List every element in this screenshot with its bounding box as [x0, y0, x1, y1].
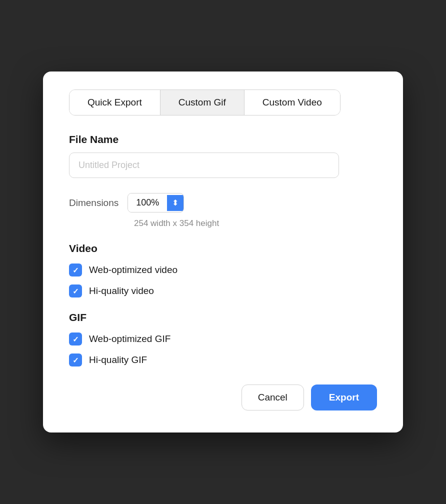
file-name-input[interactable]: [69, 152, 339, 178]
checkmark-icon: ✓: [72, 336, 79, 343]
footer: Cancel Export: [69, 384, 377, 410]
web-optimized-video-label: Web-optimized video: [89, 264, 178, 276]
checkmark-icon: ✓: [72, 266, 79, 274]
dimensions-stepper-icon[interactable]: ⬍: [167, 195, 184, 211]
export-button[interactable]: Export: [311, 384, 377, 410]
dimensions-label: Dimensions: [69, 198, 118, 208]
export-dialog: Quick Export Custom Gif Custom Video Fil…: [43, 72, 403, 432]
dimensions-value: 100%: [128, 194, 167, 212]
web-optimized-gif-row: ✓ Web-optimized GIF: [69, 332, 377, 346]
web-optimized-video-row: ✓ Web-optimized video: [69, 264, 377, 276]
cancel-button[interactable]: Cancel: [242, 384, 304, 410]
tab-custom-gif[interactable]: Custom Gif: [160, 90, 244, 115]
gif-section: GIF ✓ Web-optimized GIF ✓ Hi-quality GIF: [69, 312, 377, 366]
checkmark-icon: ✓: [72, 356, 79, 364]
video-section-title: Video: [69, 242, 377, 254]
hi-quality-video-checkbox[interactable]: ✓: [69, 284, 82, 298]
video-section: Video ✓ Web-optimized video ✓ Hi-quality…: [69, 242, 377, 298]
tab-custom-video[interactable]: Custom Video: [244, 90, 340, 115]
hi-quality-video-label: Hi-quality video: [89, 286, 154, 296]
web-optimized-video-checkbox[interactable]: ✓: [69, 264, 82, 276]
hi-quality-gif-row: ✓ Hi-quality GIF: [69, 354, 377, 366]
hi-quality-gif-label: Hi-quality GIF: [89, 354, 147, 366]
dimensions-select[interactable]: 100% ⬍: [128, 193, 184, 212]
hi-quality-gif-checkbox[interactable]: ✓: [69, 354, 82, 366]
hi-quality-video-row: ✓ Hi-quality video: [69, 284, 377, 298]
dimensions-size-text: 254 width x 354 height: [134, 218, 377, 228]
dimensions-row: Dimensions 100% ⬍: [69, 193, 377, 212]
checkmark-icon: ✓: [72, 288, 79, 295]
gif-section-title: GIF: [69, 312, 377, 324]
file-name-label: File Name: [69, 134, 377, 146]
chevron-updown-icon: ⬍: [172, 199, 178, 207]
web-optimized-gif-checkbox[interactable]: ✓: [69, 332, 82, 346]
tab-quick-export[interactable]: Quick Export: [70, 90, 160, 115]
tab-group: Quick Export Custom Gif Custom Video: [69, 90, 340, 116]
web-optimized-gif-label: Web-optimized GIF: [89, 334, 170, 344]
